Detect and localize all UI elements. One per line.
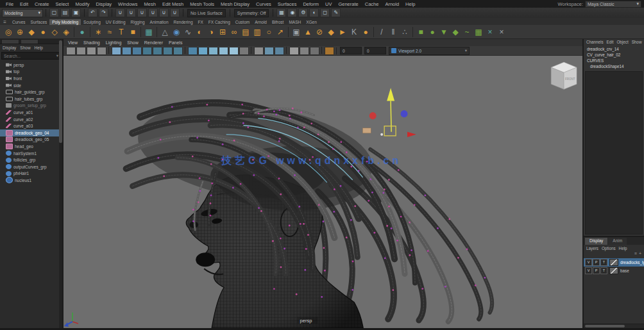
cv-point[interactable]	[273, 288, 275, 290]
menu-item[interactable]: UV	[322, 1, 335, 7]
cv-point[interactable]	[340, 185, 342, 187]
layer-scrollbar[interactable]	[584, 324, 644, 328]
cv-point[interactable]	[210, 215, 212, 217]
outliner-scrollbar[interactable]	[59, 38, 62, 328]
cv-point[interactable]	[233, 140, 235, 142]
pencil-curve-icon[interactable]: /	[376, 26, 387, 38]
panel-toggle-icon[interactable]	[97, 47, 106, 55]
cv-point[interactable]	[192, 156, 194, 158]
sphere-tool-icon[interactable]: ◎	[3, 26, 14, 38]
cv-point[interactable]	[411, 249, 412, 251]
layer-editor-tab[interactable]: Anim	[608, 238, 627, 245]
cv-point[interactable]	[448, 219, 450, 220]
toolbar-field-1[interactable]: 0	[340, 47, 362, 54]
cv-point[interactable]	[384, 188, 386, 190]
scrollbar-thumb[interactable]	[59, 40, 62, 143]
snap-live-icon[interactable]: ∪	[170, 8, 180, 17]
cv-point[interactable]	[294, 174, 296, 176]
outliner-item[interactable]: hair_guides_grp	[0, 88, 62, 95]
circularize-icon[interactable]: ○	[263, 26, 275, 38]
cv-point[interactable]	[199, 190, 201, 192]
layer-toggle-t[interactable]: T	[600, 267, 607, 274]
outliner-item[interactable]: hairSystem1	[0, 150, 62, 157]
outliner-menu-item[interactable]: Help	[35, 45, 43, 50]
cv-point[interactable]	[296, 293, 298, 295]
outliner-item[interactable]: hair_tubes_grp	[0, 95, 62, 103]
cv-point[interactable]	[279, 138, 281, 140]
menu-item[interactable]: Display	[93, 1, 115, 7]
snap-grid-icon[interactable]: ∪	[115, 8, 125, 17]
menu-item[interactable]: Modify	[72, 1, 92, 7]
render-settings-icon[interactable]: ⚙	[298, 8, 308, 17]
shelf-tab[interactable]: Rigging	[128, 19, 148, 25]
cv-point[interactable]	[278, 140, 280, 142]
cv-point[interactable]	[280, 238, 282, 240]
uv-sew-icon[interactable]: ×	[496, 26, 507, 38]
panel-toggle-icon[interactable]	[163, 47, 173, 55]
viewport-menu-item[interactable]: Show	[127, 40, 139, 45]
menu-item[interactable]: Edit	[17, 1, 31, 7]
cv-point[interactable]	[310, 122, 312, 124]
outliner-menu-item[interactable]: Display	[3, 45, 16, 50]
cv-point[interactable]	[424, 195, 426, 197]
filter-icon[interactable]: ▾	[56, 53, 58, 58]
shelf-tab[interactable]: Rendering	[171, 19, 196, 25]
cv-point[interactable]	[297, 127, 299, 129]
cube-tool-icon[interactable]: ⊕	[14, 26, 26, 38]
uv-planar-icon[interactable]: ■	[415, 26, 427, 38]
separate-icon[interactable]: ◉	[171, 26, 182, 38]
toolbar-field-2[interactable]: 0	[364, 47, 386, 54]
redo-icon[interactable]: ↷	[99, 8, 108, 17]
cv-point[interactable]	[247, 126, 249, 128]
cv-point[interactable]	[278, 177, 280, 179]
cv-point[interactable]	[258, 113, 260, 115]
outliner-tab[interactable]	[1, 39, 19, 44]
cv-point[interactable]	[298, 206, 300, 208]
outliner-item[interactable]: curve_a01	[0, 109, 62, 116]
multicut-icon[interactable]: ▤	[240, 26, 251, 38]
channel-box-menu-item[interactable]: Channels	[586, 40, 604, 44]
view-cube[interactable]: FRONT	[551, 62, 577, 89]
channel-box-menu-item[interactable]: Object	[616, 40, 628, 44]
viewport-menu-item[interactable]: Renderer	[144, 40, 163, 45]
panel-toggle-icon[interactable]	[254, 47, 264, 55]
layer-editor-menu-item[interactable]: Options	[602, 246, 616, 251]
layer-editor-menu-item[interactable]: Layers	[586, 246, 598, 251]
cv-point[interactable]	[409, 222, 411, 224]
shelf-tab[interactable]: Sculpting	[81, 19, 103, 25]
shelf-tab[interactable]: Curves	[10, 19, 28, 25]
cv-point[interactable]	[352, 261, 354, 263]
cv-point[interactable]	[284, 248, 285, 250]
cv-point[interactable]	[466, 249, 468, 251]
layer-color-swatch[interactable]	[609, 267, 618, 274]
menu-item[interactable]: Mesh	[141, 1, 159, 7]
layer-toggle-p[interactable]: P	[593, 267, 600, 274]
menu-item[interactable]: File	[3, 1, 17, 7]
cv-point[interactable]	[199, 177, 201, 179]
cv-point[interactable]	[475, 285, 477, 286]
layer-color-swatch[interactable]	[609, 259, 618, 266]
cv-point[interactable]	[398, 169, 400, 171]
cv-point[interactable]	[242, 113, 244, 115]
cv-point[interactable]	[240, 183, 242, 185]
uv-editor-icon[interactable]: ▦	[473, 26, 484, 38]
cv-point[interactable]	[323, 220, 325, 222]
outliner-item[interactable]: side	[0, 82, 62, 89]
cv-point[interactable]	[388, 206, 390, 208]
type-tool-icon[interactable]: T	[115, 26, 127, 38]
renderer-dropdown[interactable]: Viewport 2.0 ▾	[389, 47, 470, 55]
cv-point[interactable]	[192, 220, 194, 222]
shelf-tab[interactable]: MASH	[286, 19, 303, 25]
cv-point[interactable]	[321, 296, 323, 298]
cv-point[interactable]	[358, 170, 360, 172]
bridge-icon[interactable]: ◑	[205, 26, 217, 38]
combine-icon[interactable]: △	[159, 26, 171, 38]
outliner-tab[interactable]	[21, 39, 38, 44]
shelf-tab[interactable]: Arnold	[252, 19, 269, 25]
cv-point[interactable]	[196, 137, 198, 139]
panel-toggle-icon[interactable]	[66, 47, 76, 55]
outliner-menu-item[interactable]: Show	[20, 45, 30, 50]
smooth-icon[interactable]: ∿	[182, 26, 194, 38]
panel-toggle-icon[interactable]	[275, 47, 284, 55]
light-editor-icon[interactable]: ◻	[320, 8, 330, 17]
